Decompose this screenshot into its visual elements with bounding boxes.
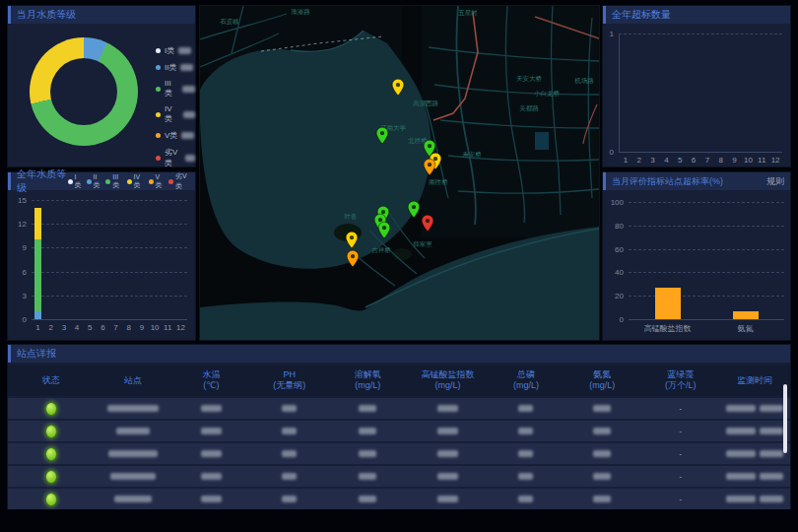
annual-grade-chart[interactable]: 03691215123456789101112 [8, 190, 195, 340]
redacted-value [359, 450, 376, 457]
legend-dot [168, 179, 173, 184]
status-indicator [45, 470, 57, 484]
redacted-value [183, 111, 195, 118]
redacted-value [201, 450, 222, 457]
legend-item: IV类 [127, 173, 144, 190]
table-cell [564, 473, 641, 480]
annual-grade-legend: I类II类III类IV类V类劣V类 [68, 171, 189, 191]
table-cell [719, 450, 789, 457]
map[interactable]: 石皮岐渔港路五星村江南大学高浪西路北匝桥天安大桥小白龙桥机场路吴都路寿安桥南匝桥… [200, 6, 599, 340]
map-park [392, 248, 412, 260]
legend-item: 劣V类 [168, 171, 189, 191]
map-place-label: 薛家里 [413, 240, 432, 247]
column-header: 状态 [8, 375, 94, 386]
panel-station-table: 站点详报 状态站点水温(℃)PH(无量纲)溶解氧(mg/L)高锰酸盐指数(mg/… [8, 345, 790, 508]
monthly-rate-chart[interactable]: 020406080100高锰酸盐指数氨氮 [603, 190, 790, 340]
table-cell [489, 450, 563, 457]
annual-exceed-chart[interactable]: 01123456789101112 [603, 24, 790, 166]
column-header: 蓝绿藻(万个/L) [641, 369, 719, 391]
legend-label: I类 [75, 173, 82, 190]
x-axis [619, 152, 782, 153]
redacted-value [181, 132, 194, 139]
x-tick-label: 6 [100, 323, 104, 332]
gridline [629, 249, 784, 250]
bar-segment[interactable] [34, 311, 41, 319]
map-place-label: 小白龙桥 [534, 90, 561, 98]
status-indicator [45, 402, 57, 416]
x-tick-label: 4 [75, 323, 79, 332]
legend-item: II类 [156, 62, 195, 73]
redacted-timestamp [726, 428, 756, 434]
redacted-station-name [116, 428, 150, 434]
donut-hole [50, 58, 117, 125]
x-tick-label: 3 [62, 323, 66, 332]
panel-monthly-grade-header: 当月水质等级 [8, 6, 195, 24]
redacted-value [593, 405, 611, 412]
x-tick-label: 5 [88, 323, 92, 332]
table-cell [250, 428, 328, 434]
legend-dot [68, 179, 73, 184]
map-water-bay [200, 31, 431, 269]
legend-label: I类 [165, 45, 174, 56]
bar-segment[interactable] [34, 239, 41, 311]
redacted-value [359, 405, 376, 412]
table-cell [172, 405, 250, 412]
redacted-timestamp [760, 450, 783, 457]
table-row[interactable]: - [8, 466, 790, 487]
table-row[interactable]: - [8, 398, 790, 419]
legend-item: I类 [68, 173, 82, 190]
redacted-value [201, 405, 222, 412]
x-tick-label: 11 [164, 323, 171, 332]
table-cell [489, 473, 563, 480]
bar[interactable] [655, 288, 681, 319]
panel-annual-grade-header: 全年水质等级 I类II类III类IV类V类劣V类 [8, 172, 195, 190]
redacted-value [593, 450, 611, 457]
x-axis [629, 319, 784, 320]
column-header: 监测时间 [719, 375, 789, 386]
y-tick-label: 100 [603, 198, 624, 207]
legend-dot [149, 179, 154, 184]
redacted-timestamp [726, 405, 756, 412]
table-row[interactable]: - [8, 489, 790, 509]
redacted-value [185, 155, 195, 162]
legend-label: II类 [165, 62, 176, 73]
panel-title: 全年超标数量 [612, 8, 671, 22]
table-header-row: 状态站点水温(℃)PH(无量纲)溶解氧(mg/L)高锰酸盐指数(mg/L)总磷(… [8, 365, 790, 396]
map-place-label: 叶巷 [345, 213, 358, 220]
table-row[interactable]: - [8, 421, 790, 441]
redacted-value [518, 428, 533, 434]
gridline [619, 33, 782, 34]
table-cell: - [641, 427, 719, 436]
table-cell [489, 496, 563, 502]
y-tick-label: 40 [603, 268, 624, 277]
legend-dot [105, 179, 110, 184]
panel-title: 当月评价指标站点超标率(%) [612, 175, 723, 188]
redacted-value [518, 405, 533, 412]
redacted-value [282, 496, 297, 502]
x-tick-label: 2 [49, 323, 53, 332]
redacted-value [437, 496, 458, 502]
redacted-value [437, 450, 458, 457]
table-row[interactable]: - [8, 443, 790, 464]
table-cell [250, 450, 328, 457]
x-tick-label: 11 [758, 156, 765, 165]
map-panel[interactable]: 石皮岐渔港路五星村江南大学高浪西路北匝桥天安大桥小白龙桥机场路吴都路寿安桥南匝桥… [200, 6, 599, 340]
legend-dot [87, 179, 92, 184]
legend-item: III类 [105, 173, 121, 190]
x-tick-label: 8 [127, 323, 131, 332]
bar-segment[interactable] [34, 208, 41, 239]
column-header: 水温(℃) [172, 369, 250, 391]
table-cell: - [641, 495, 719, 504]
panel-title: 站点详报 [17, 347, 56, 361]
table-cell [8, 493, 94, 506]
redacted-value [518, 450, 533, 457]
table-scrollbar[interactable] [783, 384, 787, 453]
column-header: 氨氮(mg/L) [564, 369, 641, 391]
bar[interactable] [733, 311, 759, 319]
table-cell [564, 496, 641, 502]
monthly-grade-body: I类II类III类IV类V类劣V类 [8, 24, 195, 166]
table-cell [407, 496, 489, 502]
rules-link[interactable]: 规则 [766, 175, 784, 188]
x-tick-label: 9 [732, 156, 736, 165]
redacted-value [178, 47, 191, 54]
